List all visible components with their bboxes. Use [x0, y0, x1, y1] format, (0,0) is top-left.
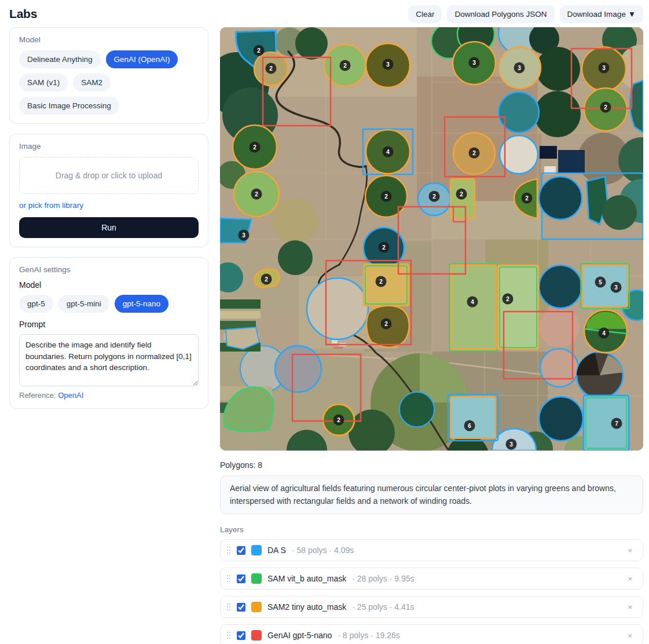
svg-text:3: 3 [602, 65, 606, 71]
chip-basic-image-processing[interactable]: Basic Image Processing [19, 97, 119, 115]
genai-model-options: gpt-5gpt-5-minigpt-5-nano [19, 295, 199, 313]
svg-text:3: 3 [614, 284, 618, 291]
map-shape [307, 278, 368, 339]
layer-remove-button[interactable]: × [625, 630, 635, 641]
layer-meta: · 25 polys · 4.41s [352, 602, 414, 612]
prompt-label: Prompt [19, 320, 199, 329]
drag-handle-icon[interactable] [226, 546, 231, 554]
map-shape [275, 346, 321, 392]
map-badge: 4 [599, 328, 610, 339]
layer-remove-button[interactable]: × [625, 602, 635, 613]
layer-visibility-checkbox[interactable] [237, 603, 245, 612]
svg-text:2: 2 [460, 191, 463, 197]
svg-text:3: 3 [518, 65, 521, 71]
layers-list: DA S· 58 polys · 4.09s×SAM vit_b auto_ma… [220, 539, 643, 644]
model-card: Model Delineate AnythingGenAI (OpenAI)SA… [9, 27, 208, 124]
svg-text:4: 4 [602, 330, 606, 336]
layer-remove-button[interactable]: × [625, 545, 635, 556]
chip-gpt-5-nano[interactable]: gpt-5-nano [115, 295, 168, 313]
svg-text:2: 2 [472, 150, 476, 156]
image-dropzone[interactable]: Drag & drop or click to upload [19, 157, 199, 194]
layer-meta: · 8 polys · 19.26s [338, 631, 399, 640]
map-badge: 2 [600, 102, 611, 113]
map-badge: 2 [503, 294, 514, 305]
map-badge: 7 [611, 418, 622, 429]
dropzone-text: Drag & drop or click to upload [56, 171, 162, 180]
svg-text:2: 2 [525, 195, 529, 202]
map-shape [451, 265, 496, 349]
map-badge: 2 [381, 191, 392, 202]
page-title: Labs [9, 7, 37, 21]
svg-text:2: 2 [265, 276, 268, 283]
map-badge: 2 [381, 319, 392, 330]
layer-name: SAM vit_b auto_mask [267, 574, 346, 583]
map-badge: 2 [254, 45, 265, 56]
drag-handle-icon[interactable] [226, 575, 231, 583]
genai-settings-card: GenAI settings Model gpt-5gpt-5-minigpt-… [9, 257, 208, 409]
layer-row-genai-gpt-5-nano: GenAI gpt-5-nano· 8 polys · 19.26s× [220, 624, 643, 644]
map-shape [536, 47, 580, 91]
chip-gpt-5[interactable]: gpt-5 [19, 295, 53, 313]
map-badge: 2 [250, 142, 261, 153]
svg-text:3: 3 [242, 232, 245, 239]
sidebar: Model Delineate AnythingGenAI (OpenAI)SA… [9, 27, 208, 419]
page: Labs ClearDownload Polygons JSONDownload… [0, 0, 649, 644]
map-badge: 5 [595, 277, 606, 288]
svg-text:3: 3 [509, 441, 513, 448]
layer-visibility-checkbox[interactable] [237, 575, 245, 583]
description-box: Aerial view of agricultural fields featu… [220, 475, 643, 514]
map-svg[interactable]: 222333322422222232222425342673 [220, 27, 643, 451]
layer-visibility-checkbox[interactable] [237, 631, 245, 640]
map-badge: 2 [379, 242, 390, 253]
map-badge: 2 [469, 148, 480, 159]
run-button[interactable]: Run [19, 217, 199, 238]
map-shape [540, 146, 557, 159]
download-image-button[interactable]: Download Image ▼ [560, 5, 643, 23]
reference-line: Reference: OpenAI [19, 391, 199, 400]
layer-remove-button[interactable]: × [625, 573, 635, 584]
model-options: Delineate AnythingGenAI (OpenAI)SAM (v1)… [19, 50, 199, 115]
map-shape [333, 347, 343, 349]
pick-from-library-link[interactable]: or pick from library [19, 201, 83, 210]
chip-gpt-5-mini[interactable]: gpt-5-mini [58, 295, 109, 313]
svg-text:2: 2 [343, 63, 347, 69]
chip-genai-openai[interactable]: GenAI (OpenAI) [106, 50, 178, 68]
drag-handle-icon[interactable] [226, 603, 231, 611]
svg-text:3: 3 [386, 61, 390, 68]
map-badge: 3 [599, 63, 610, 74]
map-badge: 4 [467, 297, 478, 308]
map-shape [534, 91, 581, 137]
map-badge: 3 [506, 439, 517, 450]
svg-text:2: 2 [384, 193, 388, 200]
svg-text:2: 2 [432, 193, 436, 200]
topbar-actions: ClearDownload Polygons JSONDownload Imag… [408, 5, 643, 23]
map-shape [399, 392, 434, 427]
chip-sam2[interactable]: SAM2 [73, 74, 111, 92]
reference-label: Reference: [19, 391, 56, 400]
svg-text:2: 2 [604, 104, 607, 111]
clear-button[interactable]: Clear [408, 5, 442, 23]
chip-delineate-anything[interactable]: Delineate Anything [19, 50, 101, 68]
chip-sam-v1[interactable]: SAM (v1) [19, 74, 68, 92]
drag-handle-icon[interactable] [226, 631, 231, 639]
map-badge: 2 [340, 60, 351, 71]
layer-name: GenAI gpt-5-nano [267, 631, 332, 640]
layer-color-swatch [251, 602, 262, 612]
layer-color-swatch [251, 545, 262, 555]
layers-label: Layers [220, 525, 643, 534]
openai-reference-link[interactable]: OpenAI [58, 391, 83, 400]
map-badge: 6 [464, 420, 475, 431]
map-shape [539, 265, 582, 308]
image-card-label: Image [19, 142, 199, 151]
download-polygons-json-button[interactable]: Download Polygons JSON [447, 5, 554, 23]
map-shape [295, 27, 328, 60]
map-badge: 2 [429, 191, 440, 202]
layer-row-sam-vit-b-auto-mask: SAM vit_b auto_mask· 28 polys · 9.95s× [220, 568, 643, 590]
svg-text:3: 3 [472, 60, 476, 66]
map-badge: 3 [611, 282, 622, 293]
layer-color-swatch [251, 573, 262, 584]
map-canvas[interactable]: 222333322422222232222425342673 [220, 27, 643, 451]
prompt-textarea[interactable]: Describe the image and identify field bo… [19, 334, 199, 386]
layer-visibility-checkbox[interactable] [237, 546, 245, 555]
topbar: Labs ClearDownload Polygons JSONDownload… [9, 5, 643, 23]
